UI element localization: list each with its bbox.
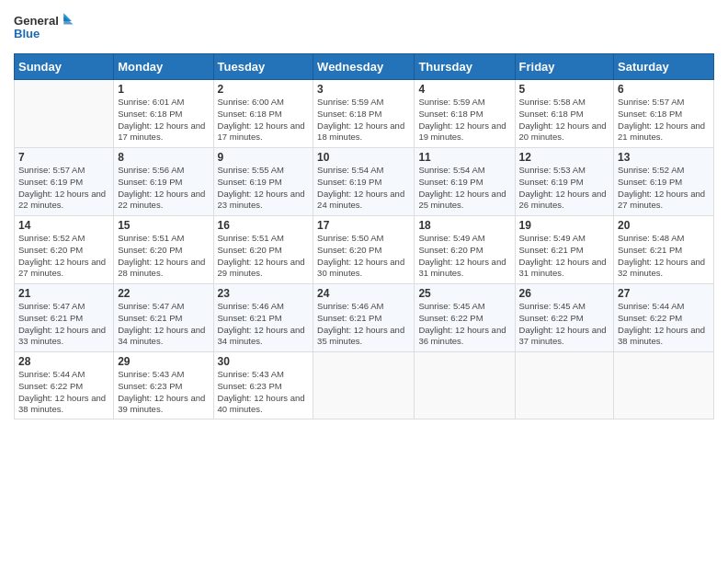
calendar-cell: 4Sunrise: 5:59 AMSunset: 6:18 PMDaylight… — [415, 80, 515, 148]
day-header-wednesday: Wednesday — [313, 54, 415, 80]
day-number: 27 — [618, 287, 710, 300]
day-number: 4 — [418, 83, 510, 96]
day-number: 6 — [618, 83, 710, 96]
calendar-cell: 13Sunrise: 5:52 AMSunset: 6:19 PMDayligh… — [614, 148, 714, 216]
day-info: Sunrise: 5:45 AMSunset: 6:22 PMDaylight:… — [418, 301, 510, 348]
calendar-cell: 17Sunrise: 5:50 AMSunset: 6:20 PMDayligh… — [313, 216, 415, 284]
day-info: Sunrise: 5:53 AMSunset: 6:19 PMDaylight:… — [519, 165, 610, 212]
day-number: 13 — [618, 151, 710, 164]
calendar-cell: 11Sunrise: 5:54 AMSunset: 6:19 PMDayligh… — [415, 148, 515, 216]
day-info: Sunrise: 5:49 AMSunset: 6:21 PMDaylight:… — [519, 233, 610, 280]
day-info: Sunrise: 5:54 AMSunset: 6:19 PMDaylight:… — [418, 165, 510, 212]
day-number: 11 — [418, 151, 510, 164]
day-number: 8 — [118, 151, 209, 164]
calendar-cell: 10Sunrise: 5:54 AMSunset: 6:19 PMDayligh… — [313, 148, 415, 216]
day-number: 15 — [118, 219, 209, 232]
day-info: Sunrise: 6:01 AMSunset: 6:18 PMDaylight:… — [118, 97, 209, 144]
calendar-cell: 5Sunrise: 5:58 AMSunset: 6:18 PMDaylight… — [515, 80, 614, 148]
day-header-monday: Monday — [114, 54, 213, 80]
day-info: Sunrise: 6:00 AMSunset: 6:18 PMDaylight:… — [218, 97, 310, 144]
day-number: 2 — [218, 83, 310, 96]
day-info: Sunrise: 5:52 AMSunset: 6:20 PMDaylight:… — [18, 233, 109, 280]
calendar-cell: 23Sunrise: 5:46 AMSunset: 6:21 PMDayligh… — [213, 284, 313, 352]
day-info: Sunrise: 5:57 AMSunset: 6:18 PMDaylight:… — [618, 97, 710, 144]
calendar-cell: 27Sunrise: 5:44 AMSunset: 6:22 PMDayligh… — [614, 284, 714, 352]
calendar-cell: 30Sunrise: 5:43 AMSunset: 6:23 PMDayligh… — [213, 352, 313, 419]
day-number: 1 — [118, 83, 209, 96]
calendar-cell: 28Sunrise: 5:44 AMSunset: 6:22 PMDayligh… — [15, 352, 114, 419]
day-info: Sunrise: 5:54 AMSunset: 6:19 PMDaylight:… — [317, 165, 410, 212]
calendar-cell: 19Sunrise: 5:49 AMSunset: 6:21 PMDayligh… — [515, 216, 614, 284]
day-info: Sunrise: 5:44 AMSunset: 6:22 PMDaylight:… — [18, 369, 109, 416]
day-number: 17 — [317, 219, 410, 232]
day-number: 29 — [118, 355, 209, 368]
day-info: Sunrise: 5:56 AMSunset: 6:19 PMDaylight:… — [118, 165, 209, 212]
calendar-cell: 15Sunrise: 5:51 AMSunset: 6:20 PMDayligh… — [114, 216, 213, 284]
day-info: Sunrise: 5:46 AMSunset: 6:21 PMDaylight:… — [218, 301, 310, 348]
day-number: 20 — [618, 219, 710, 232]
svg-marker-3 — [63, 17, 74, 25]
calendar-cell — [415, 352, 515, 419]
day-info: Sunrise: 5:43 AMSunset: 6:23 PMDaylight:… — [118, 369, 209, 416]
week-row-2: 7Sunrise: 5:57 AMSunset: 6:19 PMDaylight… — [15, 148, 714, 216]
calendar-cell: 29Sunrise: 5:43 AMSunset: 6:23 PMDayligh… — [114, 352, 213, 419]
day-info: Sunrise: 5:59 AMSunset: 6:18 PMDaylight:… — [418, 97, 510, 144]
day-number: 16 — [218, 219, 310, 232]
day-header-saturday: Saturday — [614, 54, 714, 80]
calendar-cell: 3Sunrise: 5:59 AMSunset: 6:18 PMDaylight… — [313, 80, 415, 148]
calendar-cell: 8Sunrise: 5:56 AMSunset: 6:19 PMDaylight… — [114, 148, 213, 216]
day-header-tuesday: Tuesday — [213, 54, 313, 80]
week-row-3: 14Sunrise: 5:52 AMSunset: 6:20 PMDayligh… — [15, 216, 714, 284]
day-number: 24 — [317, 287, 410, 300]
svg-text:Blue: Blue — [14, 27, 40, 40]
day-info: Sunrise: 5:59 AMSunset: 6:18 PMDaylight:… — [317, 97, 410, 144]
day-info: Sunrise: 5:49 AMSunset: 6:20 PMDaylight:… — [418, 233, 510, 280]
calendar-cell: 9Sunrise: 5:55 AMSunset: 6:19 PMDaylight… — [213, 148, 313, 216]
svg-text:General: General — [14, 14, 59, 28]
calendar-cell: 21Sunrise: 5:47 AMSunset: 6:21 PMDayligh… — [15, 284, 114, 352]
day-header-sunday: Sunday — [15, 54, 114, 80]
day-number: 5 — [519, 83, 610, 96]
week-row-4: 21Sunrise: 5:47 AMSunset: 6:21 PMDayligh… — [15, 284, 714, 352]
calendar-cell: 24Sunrise: 5:46 AMSunset: 6:21 PMDayligh… — [313, 284, 415, 352]
day-info: Sunrise: 5:57 AMSunset: 6:19 PMDaylight:… — [18, 165, 109, 212]
day-info: Sunrise: 5:51 AMSunset: 6:20 PMDaylight:… — [118, 233, 209, 280]
day-info: Sunrise: 5:48 AMSunset: 6:21 PMDaylight:… — [618, 233, 710, 280]
calendar-cell: 12Sunrise: 5:53 AMSunset: 6:19 PMDayligh… — [515, 148, 614, 216]
day-number: 9 — [218, 151, 310, 164]
day-header-thursday: Thursday — [415, 54, 515, 80]
day-info: Sunrise: 5:55 AMSunset: 6:19 PMDaylight:… — [218, 165, 310, 212]
day-number: 26 — [519, 287, 610, 300]
day-info: Sunrise: 5:47 AMSunset: 6:21 PMDaylight:… — [118, 301, 209, 348]
calendar-cell: 26Sunrise: 5:45 AMSunset: 6:22 PMDayligh… — [515, 284, 614, 352]
day-info: Sunrise: 5:58 AMSunset: 6:18 PMDaylight:… — [519, 97, 610, 144]
day-info: Sunrise: 5:52 AMSunset: 6:19 PMDaylight:… — [618, 165, 710, 212]
calendar-cell: 7Sunrise: 5:57 AMSunset: 6:19 PMDaylight… — [15, 148, 114, 216]
calendar-cell: 2Sunrise: 6:00 AMSunset: 6:18 PMDaylight… — [213, 80, 313, 148]
day-number: 22 — [118, 287, 209, 300]
day-number: 25 — [418, 287, 510, 300]
day-number: 12 — [519, 151, 610, 164]
calendar: SundayMondayTuesdayWednesdayThursdayFrid… — [14, 53, 714, 419]
week-row-1: 1Sunrise: 6:01 AMSunset: 6:18 PMDaylight… — [15, 80, 714, 148]
day-number: 30 — [218, 355, 310, 368]
page: General Blue SundayMondayTuesdayWednesda… — [0, 0, 728, 563]
day-info: Sunrise: 5:51 AMSunset: 6:20 PMDaylight:… — [218, 233, 310, 280]
calendar-cell: 25Sunrise: 5:45 AMSunset: 6:22 PMDayligh… — [415, 284, 515, 352]
calendar-cell — [614, 352, 714, 419]
header: General Blue — [14, 9, 714, 46]
day-number: 21 — [18, 287, 109, 300]
day-info: Sunrise: 5:46 AMSunset: 6:21 PMDaylight:… — [317, 301, 410, 348]
day-number: 10 — [317, 151, 410, 164]
day-number: 28 — [18, 355, 109, 368]
calendar-cell: 22Sunrise: 5:47 AMSunset: 6:21 PMDayligh… — [114, 284, 213, 352]
day-info: Sunrise: 5:44 AMSunset: 6:22 PMDaylight:… — [618, 301, 710, 348]
calendar-cell: 20Sunrise: 5:48 AMSunset: 6:21 PMDayligh… — [614, 216, 714, 284]
calendar-cell — [313, 352, 415, 419]
logo-icon: General Blue — [14, 9, 78, 46]
calendar-cell: 16Sunrise: 5:51 AMSunset: 6:20 PMDayligh… — [213, 216, 313, 284]
calendar-cell — [515, 352, 614, 419]
day-number: 3 — [317, 83, 410, 96]
calendar-cell: 18Sunrise: 5:49 AMSunset: 6:20 PMDayligh… — [415, 216, 515, 284]
day-number: 23 — [218, 287, 310, 300]
